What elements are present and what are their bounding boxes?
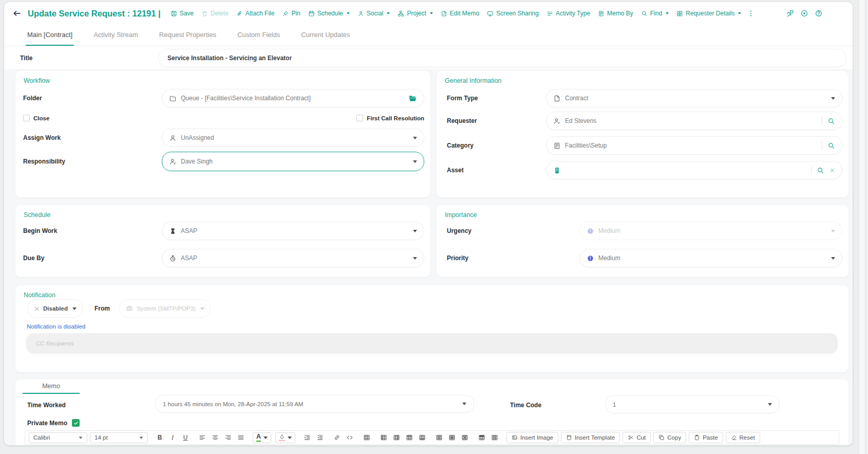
italic-button[interactable]: I [167,432,178,443]
urgency-medium-icon [587,227,594,235]
requester-input[interactable]: Ed Stevens [546,112,842,130]
more-options-icon[interactable] [747,9,754,17]
copy-button[interactable]: Copy [653,432,686,443]
delete-button[interactable]: Delete [200,8,230,19]
insert-link-button[interactable] [332,432,342,443]
align-right-button[interactable] [223,432,233,443]
save-button[interactable]: Save [169,8,195,19]
record-icon[interactable] [800,9,808,17]
indent-button[interactable] [302,432,312,443]
bold-button[interactable]: B [155,432,165,443]
table-split-cells-button[interactable] [447,432,457,443]
pin-window-icon[interactable] [786,9,794,17]
asset-input[interactable] [546,161,842,179]
table-delete-button[interactable] [460,432,470,443]
highlight-color-button[interactable] [275,432,295,443]
scrollbar[interactable] [859,0,865,454]
attach-file-button[interactable]: Attach File [235,8,276,19]
memo-by-button[interactable]: Memo By [596,8,635,19]
table-cell-button[interactable] [489,432,500,443]
align-left-button[interactable] [197,432,207,443]
due-by-select[interactable]: ASAP [162,249,424,267]
divider [811,166,812,174]
window-controls [786,2,823,25]
screen-sharing-button[interactable]: Screen Sharing [485,8,540,19]
paste-icon [694,434,700,441]
font-color-button[interactable]: A [253,432,271,443]
clear-icon[interactable] [829,168,835,173]
schedule-menu[interactable]: Schedule [307,8,351,19]
table-row-below-button[interactable] [417,432,427,443]
underline-button[interactable]: U [180,432,191,443]
time-code-select[interactable]: 1 [605,395,780,413]
priority-select[interactable]: Medium [579,249,842,267]
insert-table-button[interactable] [362,432,372,443]
table-row-above-button[interactable] [404,432,414,443]
search-icon[interactable] [817,167,824,174]
align-justify-button[interactable] [236,432,246,443]
folder-open-icon[interactable] [408,94,417,103]
time-worked-select[interactable]: 1 hours 45 minutes on Mon, 28-Apr-2025 a… [155,395,474,413]
social-menu[interactable]: Social [356,8,392,19]
help-icon[interactable] [815,9,823,17]
action-toolbar: Save Delete Attach File Pin Schedule Soc… [169,8,755,19]
close-label: Close [33,115,49,121]
notification-from-select[interactable]: System (SMTP/POP3) [119,299,211,318]
requester-row: Requester Ed Stevens [437,112,848,130]
category-input[interactable]: Facilities\Setup [546,136,842,155]
workflow-card: Workflow Folder Queue - [Facilities\Serv… [15,71,430,197]
table-header-icon [478,434,485,441]
close-checkbox[interactable] [23,115,30,121]
notification-status-select[interactable]: Disabled [27,299,83,318]
outdent-button[interactable] [315,432,325,443]
folder-input[interactable]: Queue - [Facilities\Service Installation… [162,89,424,107]
font-size-select[interactable]: 14 pt [90,432,148,443]
tab-memo[interactable]: Memo [23,379,80,394]
tab-request-properties[interactable]: Request Properties [158,25,218,46]
tab-custom-fields[interactable]: Custom Fields [236,25,281,46]
tab-current-updates[interactable]: Current Updates [299,25,351,46]
tab-main-contract[interactable]: Main [Contract] [26,25,74,46]
assign-work-label: Assign Work [23,134,162,141]
code-icon [346,434,353,441]
tab-activity-stream[interactable]: Activity Stream [92,25,140,46]
table-merge-cells-button[interactable] [434,432,444,443]
code-view-button[interactable] [345,432,355,443]
edit-memo-button[interactable]: Edit Memo [439,8,481,19]
activity-type-button[interactable]: Activity Type [545,8,592,19]
first-call-resolution-checkbox[interactable] [356,115,363,121]
chevron-down-icon [768,403,772,406]
general-information-card: General Information Form Type Contract R… [437,71,848,197]
urgency-select[interactable]: Medium [579,222,842,240]
insert-image-button[interactable]: Insert Image [506,432,558,443]
begin-work-select[interactable]: ASAP [162,222,424,240]
cc-recipients-input[interactable]: CC Recipients [26,333,838,354]
find-menu[interactable]: Find [639,8,670,19]
responsibility-select[interactable]: Dave Singh [162,152,424,171]
font-family-select[interactable]: Calibri [29,432,87,443]
asset-device-icon [553,167,561,174]
memo-card: Memo Time Worked 1 hours 45 minutes on M… [15,379,848,445]
chevron-down-icon [347,12,350,14]
align-center-button[interactable] [210,432,220,443]
requester-details-menu[interactable]: Requester Details [675,8,743,19]
table-column-left-button[interactable] [379,432,389,443]
paste-button[interactable]: Paste [689,432,723,443]
chevron-down-icon [288,437,292,439]
project-menu[interactable]: Project [396,8,434,19]
title-input[interactable]: Service Installation - Servicing an Elev… [158,49,846,67]
cut-button[interactable]: Cut [622,432,651,443]
search-icon[interactable] [827,117,835,125]
reset-button[interactable]: Reset [726,432,760,443]
search-icon[interactable] [827,142,835,150]
table-header-button[interactable] [477,432,487,443]
table-column-right-button[interactable] [391,432,402,443]
form-type-select[interactable]: Contract [546,89,842,107]
assign-work-select[interactable]: UnAssigned [162,129,424,147]
category-icon [553,142,561,150]
pin-button[interactable]: Pin [280,8,301,19]
back-icon[interactable] [12,9,22,18]
private-memo-checkbox[interactable] [72,419,80,427]
chevron-down-icon [413,230,417,232]
insert-template-button[interactable]: Insert Template [561,432,620,443]
